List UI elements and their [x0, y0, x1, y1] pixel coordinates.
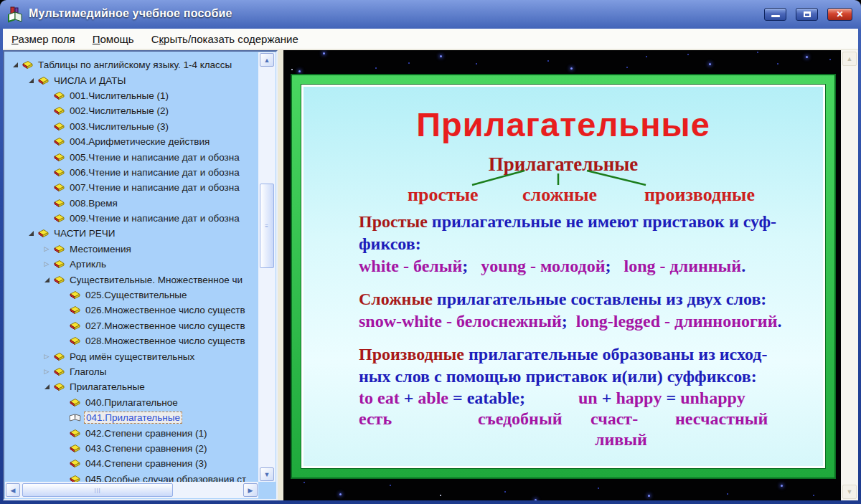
- text-run: прилагательные составлены из двух слов:: [433, 290, 767, 308]
- derivation-text: ливый: [595, 429, 647, 450]
- panel-splitter[interactable]: [278, 50, 283, 500]
- tree-item[interactable]: ▷Местоимения: [5, 242, 258, 257]
- tree-item[interactable]: Существительные. Множественное чи: [5, 272, 258, 287]
- text-run: прилагательные образованы из исход-: [464, 345, 768, 363]
- tree-item[interactable]: 009.Чтение и написание дат и обозна: [5, 211, 258, 226]
- tree-item-label: ЧАСТИ РЕЧИ: [52, 228, 116, 239]
- tree-item[interactable]: 025.Существительные: [5, 287, 258, 303]
- book-icon: [68, 320, 82, 331]
- expander-open-icon[interactable]: [41, 384, 52, 389]
- book-icon: [52, 381, 66, 392]
- tree: Таблицы по английскому языку. 1-4 классы…: [5, 52, 258, 482]
- derivation-text: несчастный: [675, 409, 768, 429]
- tree-item[interactable]: 028.Множественное число существ: [5, 333, 258, 348]
- scroll-up-icon[interactable]: ▲: [842, 52, 857, 66]
- tree-item[interactable]: 001.Числительные (1): [5, 88, 258, 103]
- diagram-child-label: производные: [644, 184, 755, 206]
- tree-hscroll-thumb[interactable]: |||: [22, 483, 173, 497]
- tree-item[interactable]: 006.Чтение и написание дат и обозна: [5, 165, 258, 180]
- book-icon: [37, 228, 50, 239]
- close-button[interactable]: ✕: [827, 8, 852, 21]
- tree-item-label: 041.Прилагательные: [84, 412, 182, 424]
- expander-closed-icon[interactable]: ▷: [41, 369, 52, 375]
- expander-closed-icon[interactable]: ▷: [41, 353, 52, 360]
- tree-item[interactable]: 026.Множественное число существ: [5, 303, 258, 318]
- tree-item[interactable]: 005.Чтение и написание дат и обозна: [5, 149, 258, 164]
- tree-item[interactable]: 007.Чтение и написание дат и обозна: [5, 180, 258, 195]
- tree-item[interactable]: 002.Числительные (2): [5, 103, 258, 118]
- expander-open-icon[interactable]: [25, 78, 37, 83]
- tree-item[interactable]: 040.Прилагательное: [5, 395, 258, 410]
- tree-item[interactable]: ▷Род имён существительных: [5, 348, 258, 363]
- title-bar[interactable]: Мультимедийное учебное пособие ✕: [0, 0, 861, 29]
- expander-open-icon[interactable]: [9, 62, 21, 67]
- star: [598, 488, 599, 489]
- tree-item-label: 044.Степени сравнения (3): [84, 458, 209, 469]
- text-run: long-legged - длинноногий: [568, 312, 778, 331]
- tree-item[interactable]: 008.Время: [5, 196, 258, 211]
- star: [570, 67, 573, 70]
- tree-item[interactable]: 027.Множественное число существ: [5, 318, 258, 333]
- scroll-right-icon[interactable]: ▶: [243, 483, 258, 497]
- text-run: фиксов:: [359, 234, 421, 253]
- book-icon: [52, 105, 66, 116]
- star: [727, 493, 728, 495]
- scroll-left-icon[interactable]: ◀: [6, 483, 20, 497]
- slide-vertical-scrollbar[interactable]: ▲ ▼: [841, 50, 858, 500]
- expander-closed-icon[interactable]: ▷: [41, 246, 52, 252]
- tree-item[interactable]: Прилагательные: [5, 379, 258, 394]
- star: [813, 495, 814, 496]
- tree-item[interactable]: Таблицы по английскому языку. 1-4 классы: [5, 57, 258, 72]
- maximize-button[interactable]: [796, 8, 818, 21]
- star: [626, 67, 628, 68]
- tree-horizontal-scrollbar[interactable]: ◀ ||| ▶: [5, 482, 258, 498]
- star: [291, 69, 293, 70]
- tree-vertical-scrollbar[interactable]: ▲ ≡ ▼: [258, 52, 276, 482]
- tree-item[interactable]: ЧАСТИ РЕЧИ: [5, 226, 258, 241]
- menu-item[interactable]: Размер поля: [11, 33, 75, 45]
- tree-item[interactable]: 003.Числительные (3): [5, 119, 258, 134]
- book-icon: [68, 336, 82, 346]
- expander-open-icon[interactable]: [25, 231, 37, 236]
- tree-item[interactable]: ЧИСЛА И ДАТЫ: [5, 72, 258, 87]
- tree-item[interactable]: 044.Степени сравнения (3): [5, 456, 258, 471]
- star: [298, 70, 301, 72]
- menu-item[interactable]: Помощь: [93, 33, 134, 45]
- scroll-down-icon[interactable]: ▼: [260, 467, 274, 481]
- tree-item-label: 025.Существительные: [84, 290, 189, 300]
- derivation-translations: ливый: [359, 429, 824, 450]
- tree-item-label: Существительные. Множественное чи: [68, 275, 244, 285]
- tree-vscroll-thumb[interactable]: ≡: [260, 184, 274, 268]
- derivation-text: =: [453, 389, 467, 407]
- slide-text-line: snow-white - белоснежный; long-legged - …: [359, 310, 824, 333]
- derivation-translations: есть съедобный счаст- несчастный: [359, 409, 824, 429]
- slide-text-line: ных слов с помощью приставок и(или) суфф…: [359, 366, 824, 388]
- tree-item-selected[interactable]: 041.Прилагательные: [5, 410, 258, 425]
- scroll-up-icon[interactable]: ▲: [260, 53, 274, 67]
- expander-closed-icon[interactable]: ▷: [41, 261, 52, 267]
- slide-text-line: Простые прилагательные не имеют приставо…: [359, 211, 824, 233]
- star: [806, 56, 808, 58]
- tree-item-label: Прилагательные: [68, 381, 146, 392]
- tree-item-label: 001.Числительные (1): [68, 90, 170, 101]
- expander-open-icon[interactable]: [41, 277, 52, 282]
- star: [547, 60, 549, 62]
- tree-item[interactable]: 004.Арифметические действия: [5, 134, 258, 149]
- minimize-button[interactable]: [764, 8, 786, 21]
- scroll-down-icon[interactable]: ▼: [842, 485, 857, 499]
- text-run: snow-white - белоснежный: [359, 312, 562, 331]
- tree-item[interactable]: 043.Степени сравнения (2): [5, 441, 258, 456]
- derivation-text: able: [413, 389, 453, 407]
- tree-item[interactable]: 045.Особые случаи образования ст: [5, 472, 258, 482]
- tree-item-label: 007.Чтение и написание дат и обозна: [68, 182, 241, 193]
- tree-item[interactable]: 042.Степени сравнения (1): [5, 425, 258, 440]
- tree-item-label: 005.Чтение и написание дат и обозна: [68, 152, 241, 163]
- derivation-text: +: [602, 389, 612, 407]
- book-icon: [68, 458, 82, 469]
- book-icon: [52, 259, 66, 270]
- tree-item[interactable]: ▷Артикль: [5, 257, 258, 272]
- tree-item[interactable]: ▷Глаголы: [5, 364, 258, 379]
- tree-item-label: 003.Числительные (3): [68, 121, 170, 132]
- menu-item[interactable]: Скрыть/показать содержание: [151, 33, 298, 45]
- slide-text-line: Производные прилагательные образованы из…: [359, 343, 824, 366]
